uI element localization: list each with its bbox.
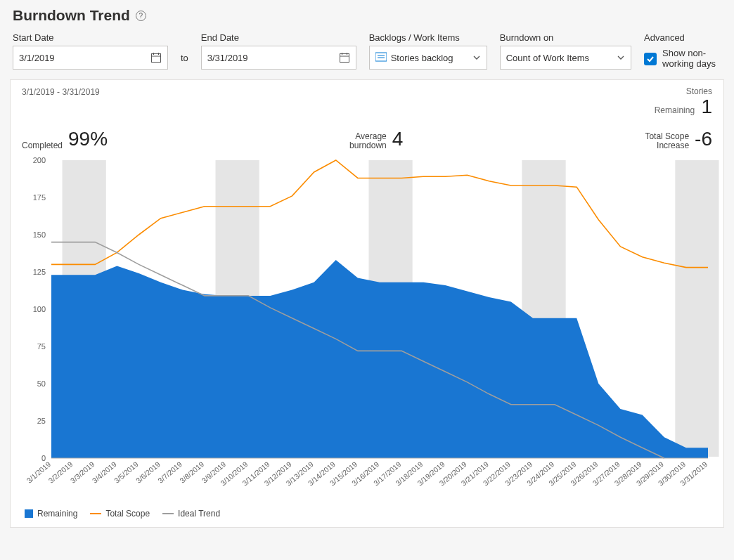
start-date-group: Start Date 3/1/2019 [13, 32, 168, 70]
advanced-group: Advanced Show non- working days [644, 32, 721, 70]
burndown-chart: 02550751001251501752003/1/20193/2/20193/… [18, 156, 715, 492]
svg-rect-0 [151, 54, 160, 63]
advanced-label: Advanced [644, 32, 721, 43]
legend-remaining: Remaining [25, 509, 77, 519]
start-date-input[interactable]: 3/1/2019 [13, 46, 168, 70]
calendar-icon [150, 52, 162, 63]
chevron-down-icon [617, 53, 625, 62]
burndown-on-dropdown[interactable]: Count of Work Items [500, 46, 631, 70]
metric-scope-increase: Total Scope Increase -6 [645, 128, 712, 150]
help-icon[interactable]: ? [136, 11, 146, 21]
checkbox-checked-icon [644, 53, 657, 65]
burndown-on-label: Burndown on [500, 32, 631, 43]
legend-swatch [90, 513, 101, 514]
svg-text:75: 75 [37, 342, 46, 351]
svg-rect-15 [675, 160, 719, 457]
controls-row: Start Date 3/1/2019 to End Date 3/31/201… [0, 27, 734, 77]
end-date-value: 3/31/2019 [207, 53, 248, 63]
report-card: 3/1/2019 - 3/31/2019 Stories Remaining 1… [10, 79, 724, 528]
svg-text:100: 100 [33, 305, 46, 313]
end-date-group: End Date 3/31/2019 [201, 32, 356, 70]
start-date-value: 3/1/2019 [19, 53, 55, 63]
backlogs-dropdown[interactable]: Stories backlog [369, 46, 487, 70]
backlogs-label: Backlogs / Work Items [369, 32, 487, 43]
to-label: to [181, 53, 188, 70]
calendar-icon [339, 52, 350, 63]
legend-total-scope: Total Scope [90, 509, 150, 519]
stories-icon [375, 52, 387, 64]
start-date-label: Start Date [13, 32, 168, 43]
show-nonworking-checkbox[interactable]: Show non- working days [644, 48, 721, 70]
burndown-on-group: Burndown on Count of Work Items [500, 32, 631, 70]
legend-swatch [162, 513, 174, 514]
legend-ideal: Ideal Trend [162, 509, 220, 519]
show-nonworking-label: Show non- working days [662, 48, 716, 70]
chevron-down-icon [472, 53, 481, 62]
svg-text:25: 25 [37, 417, 46, 425]
svg-text:150: 150 [33, 230, 46, 239]
stories-remaining-value: 1 [697, 96, 712, 118]
svg-rect-8 [375, 53, 387, 61]
date-range: 3/1/2019 - 3/31/2019 [22, 87, 100, 118]
chart-svg: 02550751001251501752003/1/20193/2/20193/… [18, 156, 715, 492]
end-date-label: End Date [201, 32, 356, 43]
legend-swatch [25, 509, 33, 518]
metric-completed: Completed 99% [22, 128, 108, 150]
page-title: Burndown Trend [13, 7, 130, 24]
svg-text:125: 125 [33, 268, 46, 276]
burndown-on-value: Count of Work Items [506, 53, 589, 63]
backlogs-group: Backlogs / Work Items Stories backlog [369, 32, 487, 70]
metrics-row: Completed 99% Average burndown 4 Total S… [11, 121, 723, 150]
header: Burndown Trend ? [0, 0, 734, 27]
end-date-input[interactable]: 3/31/2019 [201, 46, 356, 70]
svg-text:200: 200 [33, 156, 46, 164]
chart-legend: Remaining Total Scope Ideal Trend [25, 509, 220, 519]
svg-rect-4 [340, 54, 349, 63]
svg-text:50: 50 [37, 379, 46, 388]
report-header: 3/1/2019 - 3/31/2019 Stories Remaining 1 [11, 80, 723, 121]
stories-remaining: Stories Remaining 1 [655, 87, 712, 118]
backlogs-value: Stories backlog [375, 52, 453, 64]
metric-avg-burndown: Average burndown 4 [349, 128, 403, 150]
svg-text:175: 175 [33, 193, 46, 202]
